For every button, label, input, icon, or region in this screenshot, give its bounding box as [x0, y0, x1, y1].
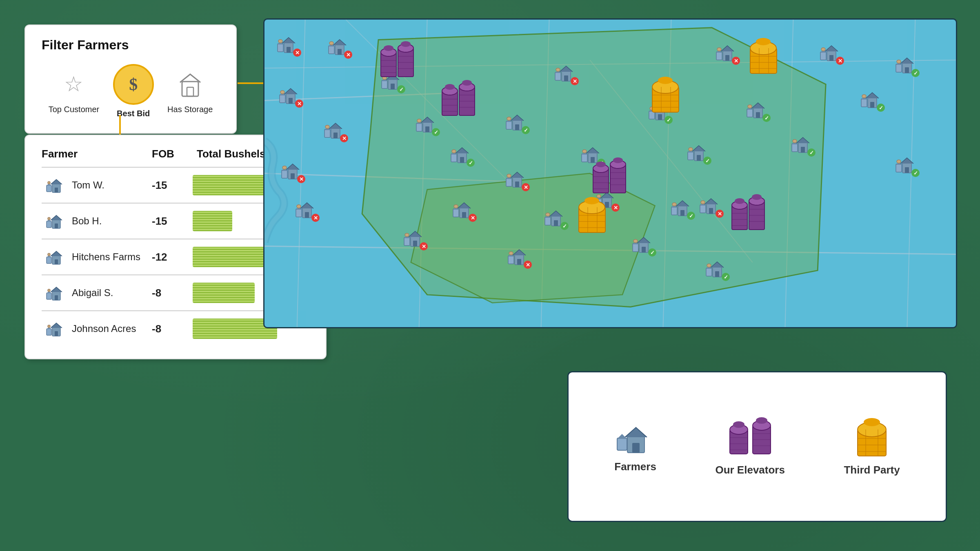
third-party-legend-label: Third Party — [844, 464, 900, 476]
svg-point-103 — [546, 213, 550, 216]
filter-has-storage[interactable]: Has Storage — [167, 68, 213, 114]
map-farmer-icon: ✕ — [507, 246, 532, 268]
svg-point-71 — [452, 150, 456, 153]
svg-rect-145 — [642, 247, 646, 252]
map-farmer-icon: ✓ — [687, 142, 711, 164]
svg-rect-77 — [564, 75, 568, 81]
svg-point-238 — [733, 421, 744, 428]
svg-point-43 — [329, 42, 333, 45]
map-farmer-icon: ✓ — [895, 54, 920, 76]
svg-point-250 — [864, 418, 880, 426]
svg-point-201 — [752, 194, 762, 200]
svg-rect-134 — [896, 164, 902, 172]
map-farmer-icon: ✕ — [403, 228, 428, 250]
map-farmer-icon: ✓ — [746, 99, 771, 121]
map-farmer-icon: ✕ — [324, 119, 348, 142]
svg-rect-138 — [896, 64, 902, 72]
dollar-icon-wrap: $ — [113, 64, 154, 105]
farmer-name: Johnson Acres — [72, 323, 136, 334]
map-farmer-icon: ✓ — [791, 134, 816, 156]
svg-point-75 — [507, 117, 511, 120]
svg-point-51 — [325, 125, 329, 128]
farmer-name-cell: Bob H. — [42, 203, 148, 239]
svg-rect-130 — [861, 99, 867, 107]
svg-rect-15 — [55, 295, 58, 300]
svg-rect-69 — [460, 157, 464, 163]
star-icon-wrap: ☆ — [58, 68, 90, 101]
svg-rect-58 — [296, 209, 302, 217]
svg-rect-157 — [709, 208, 713, 214]
svg-point-115 — [717, 48, 721, 51]
farmer-name: Hitchens Farms — [72, 251, 140, 263]
map-farmer-icon: ✕ — [279, 85, 303, 107]
map-third-party-icon — [575, 195, 609, 235]
map-farmer-icon: ✕ — [328, 36, 352, 58]
farmer-icon — [46, 320, 67, 338]
map-farmer-icon: ✓ — [632, 234, 656, 256]
our-elevators-legend-label: Our Elevators — [715, 464, 785, 476]
svg-rect-4 — [47, 185, 51, 192]
third-party-icon — [851, 417, 892, 458]
fob-value: -15 — [148, 167, 189, 203]
svg-rect-94 — [404, 237, 410, 246]
svg-rect-93 — [413, 241, 417, 246]
storage-icon-wrap — [174, 68, 207, 101]
svg-point-119 — [748, 105, 752, 108]
svg-point-83 — [582, 150, 587, 153]
legend-farmers: Farmers — [614, 420, 656, 473]
svg-point-5 — [48, 181, 50, 184]
svg-point-218 — [584, 197, 599, 204]
fob-value: -15 — [148, 203, 189, 239]
svg-rect-82 — [582, 154, 587, 162]
map-farmer-icon: ✓ — [860, 89, 885, 111]
svg-point-9 — [48, 217, 50, 220]
svg-rect-126 — [820, 52, 826, 60]
farmer-icon — [46, 248, 67, 266]
svg-rect-109 — [697, 155, 701, 161]
svg-point-131 — [862, 95, 866, 98]
svg-rect-19 — [55, 331, 58, 336]
svg-rect-110 — [688, 152, 693, 160]
svg-rect-154 — [706, 268, 712, 276]
svg-point-135 — [897, 160, 901, 163]
svg-rect-12 — [47, 257, 51, 263]
svg-rect-11 — [55, 259, 58, 264]
has-storage-label: Has Storage — [167, 105, 213, 114]
svg-point-111 — [689, 148, 693, 151]
svg-point-151 — [672, 203, 676, 206]
svg-rect-146 — [633, 243, 638, 252]
svg-point-198 — [735, 198, 744, 204]
svg-rect-105 — [658, 114, 662, 120]
svg-point-39 — [278, 40, 282, 43]
svg-point-91 — [454, 205, 458, 208]
map-farmer-icon: ✓ — [544, 207, 569, 229]
svg-point-226 — [658, 77, 673, 84]
svg-rect-114 — [716, 52, 722, 60]
farmer-name-cell: Johnson Acres — [42, 311, 148, 346]
svg-rect-78 — [555, 72, 561, 80]
svg-point-47 — [280, 91, 284, 94]
star-icon: ☆ — [64, 74, 83, 95]
svg-rect-85 — [515, 181, 519, 187]
svg-point-99 — [509, 252, 513, 255]
svg-rect-149 — [680, 210, 684, 216]
svg-rect-117 — [756, 112, 760, 118]
svg-rect-50 — [324, 129, 330, 137]
farmer-name-cell: Abigail S. — [42, 275, 148, 311]
svg-rect-20 — [47, 329, 51, 335]
farmer-icon — [46, 176, 67, 194]
svg-point-241 — [756, 417, 767, 424]
top-customer-label: Top Customer — [49, 105, 100, 114]
svg-rect-45 — [289, 98, 293, 104]
filter-top-customer[interactable]: ☆ Top Customer — [49, 68, 100, 114]
dollar-icon: $ — [121, 72, 146, 97]
svg-rect-62 — [382, 80, 387, 89]
farmer-icon — [46, 212, 67, 230]
svg-point-210 — [756, 38, 771, 45]
svg-rect-122 — [792, 144, 798, 152]
svg-rect-137 — [905, 67, 909, 73]
filter-best-bid[interactable]: $ Best Bid — [113, 64, 154, 118]
svg-rect-49 — [333, 133, 338, 138]
svg-rect-3 — [55, 188, 58, 193]
map-farmer-icon: ✓ — [505, 111, 530, 133]
